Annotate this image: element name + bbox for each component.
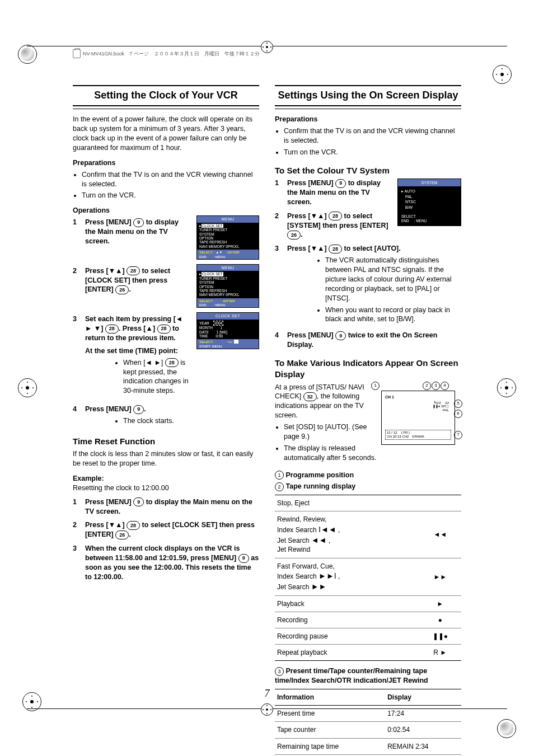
button-ref: 26	[115, 530, 129, 539]
button-ref: 28	[105, 325, 119, 334]
button-ref: 28	[127, 266, 140, 275]
osd-menu-box-1: MENU ▸CLOCK SET TUNER PRESET SYSTEM OPTI…	[196, 215, 259, 260]
rule	[73, 85, 259, 86]
table-cell: Tape counter	[275, 722, 385, 738]
table-cell	[419, 495, 461, 511]
tape-running-table: Stop, EjectRewind, Review,Index Search I…	[275, 495, 461, 661]
callout-2: 2	[423, 382, 431, 390]
button-ref: 28	[157, 325, 171, 334]
table-cell: Fast Forward, Cue,Index Search ►►I ,Jet …	[275, 558, 419, 595]
colour-step-2: 2 Press [▼▲] 28 to select [SYSTEM] then …	[275, 212, 392, 240]
step-1: 1 Press [MENU] 9 to display the Main men…	[73, 218, 191, 246]
menu-title: MENU	[197, 216, 259, 222]
button-ref: 28	[127, 521, 140, 530]
step-3: 3 Set each item by pressing [◄ ► ▼] 28. …	[73, 314, 191, 398]
prep-item: Turn on the VCR.	[82, 191, 259, 200]
right-column: Settings Using the On Screen Display Pre…	[275, 84, 461, 756]
button-ref: 9	[133, 218, 144, 227]
sub-note: When [◄ ►] 28 is kept pressed, the indic…	[123, 358, 191, 396]
time-reset-heading: Time Reset Function	[73, 436, 259, 447]
section-heading-osd: Settings Using the On Screen Display	[275, 88, 461, 102]
section-heading-clock: Setting the Clock of Your VCR	[73, 88, 259, 102]
table-cell: 0:02.54	[385, 722, 461, 738]
book-header-text: NV-MV41GN.book 7 ページ ２００４年３月１日 月曜日 午後７時１…	[83, 50, 260, 57]
crop-target-mr	[497, 378, 516, 397]
callout-1: 1	[371, 382, 380, 390]
step-4: 4 Press [MENU] 9. The clock starts.	[73, 405, 259, 428]
crop-mark-swirl-br	[497, 719, 516, 738]
table-cell: ►►	[419, 558, 461, 595]
colour-step-3: 3 Press [▼▲] 28 to select [AUTO]. The VC…	[275, 244, 461, 326]
example-step-1: 1 Press [MENU] 9 to display the Main men…	[73, 497, 259, 516]
osd-indicator-diagram: 1 2 3 4 5 6 7 CH 1 ┗0:0 .22 ❚❚● SP▢ PAL …	[369, 383, 461, 450]
book-filename-header: NV-MV41GN.book 7 ページ ２００４年３月１日 月曜日 午後７時１…	[73, 49, 260, 58]
time-reset-body: If the clock is less than 2 minutes slow…	[73, 449, 259, 468]
button-ref: 9	[335, 179, 346, 188]
indicators-heading: To Make Various Indicators Appear On Scr…	[275, 358, 461, 381]
callout-3: 3	[432, 382, 440, 390]
book-icon	[73, 49, 81, 58]
example-desc: Resetting the clock to 12:00.00	[73, 483, 259, 493]
table-cell: R ►	[419, 645, 461, 661]
table-cell: ❚❚●	[419, 628, 461, 644]
colour-step-4: 4 Press [MENU] 9 twice to exit the On Sc…	[275, 331, 461, 350]
legend-1: 1 Programme position	[275, 471, 461, 480]
example-step-3: 3 When the current clock displays on the…	[73, 544, 259, 582]
sub-note: When you want to record or play back in …	[325, 306, 461, 325]
button-ref: 9	[335, 331, 346, 340]
table-cell: Playback	[275, 595, 419, 612]
sub-note: The clock starts.	[123, 416, 259, 426]
button-ref: 28	[165, 358, 179, 367]
menu-title: CLOCK SET	[197, 313, 259, 319]
crop-target-tr	[493, 65, 512, 84]
table-cell: Recording pause	[275, 628, 419, 644]
legend-2: 2 Tape running display	[275, 482, 461, 491]
callout-6: 6	[454, 410, 462, 418]
callout-4: 4	[441, 382, 449, 390]
button-ref: 28	[329, 245, 342, 253]
example-step-2: 2 Press [▼▲] 28 to select [CLOCK SET] th…	[73, 520, 259, 539]
intro-text: In the event of a power failure, the clo…	[73, 115, 259, 153]
osd-clock-set-box: CLOCK SET YEAR 2004 MONTH 1 DATE 1 [WE] …	[196, 312, 259, 349]
footer-rule	[27, 708, 507, 716]
button-ref: 9	[238, 554, 249, 563]
prep-item: Confirm that the TV is on and the VCR vi…	[284, 126, 461, 145]
button-ref: 32	[303, 392, 317, 401]
button-ref: 26	[115, 285, 129, 294]
button-ref: 9	[133, 405, 144, 414]
legend-3: 3 Present time/Tape counter/Remaining ta…	[275, 666, 461, 685]
crop-target-ml	[18, 378, 37, 397]
rule	[73, 109, 259, 109]
table-cell: Recording	[275, 612, 419, 628]
table-cell: ◄◄	[419, 511, 461, 558]
example-heading: Example:	[73, 474, 259, 483]
prep-item: Confirm that the TV is on and the VCR vi…	[82, 170, 259, 189]
rule	[73, 105, 259, 106]
table-cell: Remaining tape time	[275, 738, 385, 754]
table-cell: Rewind, Review,Index Search I◄◄ ,Jet Sea…	[275, 511, 419, 558]
table-cell: ►	[419, 595, 461, 612]
button-ref: 28	[329, 212, 342, 220]
table-cell: Repeat playback	[275, 645, 419, 661]
table-cell: ●	[419, 612, 461, 628]
prep-item: Turn on the VCR.	[284, 148, 461, 157]
colour-step-1: 1 Press [MENU] 9 to display the Main men…	[275, 179, 392, 207]
preparations-heading: Preparations	[73, 158, 259, 168]
table-cell: REMAIN 2:34	[385, 738, 461, 754]
left-column: Setting the Clock of Your VCR In the eve…	[73, 84, 259, 756]
table-cell: Stop, Eject	[275, 495, 419, 511]
menu-title: MENU	[197, 265, 259, 271]
button-ref: 26	[287, 231, 301, 240]
page-number: 7	[0, 687, 534, 700]
callout-5: 5	[454, 400, 462, 408]
callout-7: 7	[454, 431, 462, 439]
osd-system-box: SYSTEM ▸ AUTO PAL NTSC B/W SELECT: END :…	[397, 179, 461, 226]
system-title: SYSTEM	[398, 179, 461, 186]
sub-note: The VCR automatically distinguishes betw…	[325, 256, 461, 303]
preparations-heading: Preparations	[275, 115, 461, 124]
step-2: 2 Press [▼▲] 28 to select [CLOCK SET] th…	[73, 266, 191, 295]
sub-heading: At the set time (TIME) point:	[85, 346, 191, 356]
operations-heading: Operations	[73, 206, 259, 215]
colour-heading: To Set the Colour TV System	[275, 165, 461, 176]
button-ref: 9	[133, 497, 144, 506]
